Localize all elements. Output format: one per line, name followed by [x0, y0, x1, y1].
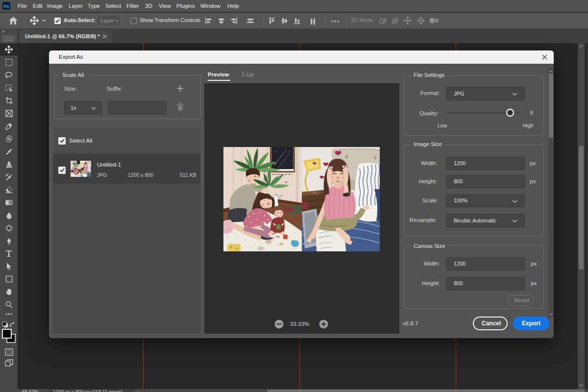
svg-text:Ps: Ps [3, 4, 9, 9]
